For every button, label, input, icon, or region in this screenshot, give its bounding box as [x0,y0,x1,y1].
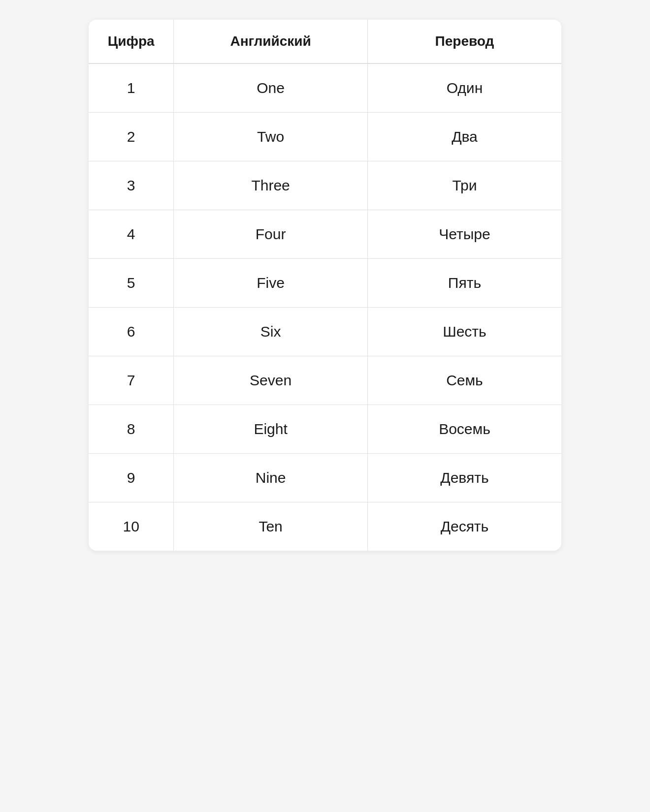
table-header-row: Цифра Английский Перевод [89,20,561,63]
cell-digit: 5 [89,259,174,308]
table-row: 1OneОдин [89,63,561,113]
table-row: 3ThreeТри [89,161,561,210]
cell-digit: 8 [89,405,174,454]
table-row: 10TenДесять [89,502,561,551]
cell-english: Ten [174,502,368,551]
table-row: 7SevenСемь [89,356,561,405]
cell-digit: 9 [89,454,174,502]
cell-russian: Восемь [367,405,561,454]
header-english: Английский [174,20,368,63]
cell-digit: 6 [89,308,174,356]
cell-russian: Шесть [367,308,561,356]
cell-english: One [174,63,368,113]
cell-english: Four [174,210,368,259]
cell-digit: 3 [89,161,174,210]
cell-english: Two [174,113,368,161]
cell-digit: 7 [89,356,174,405]
cell-russian: Десять [367,502,561,551]
table-row: 5FiveПять [89,259,561,308]
table-row: 8EightВосемь [89,405,561,454]
cell-russian: Один [367,63,561,113]
table-row: 6SixШесть [89,308,561,356]
table-row: 4FourЧетыре [89,210,561,259]
cell-english: Seven [174,356,368,405]
cell-english: Eight [174,405,368,454]
cell-russian: Пять [367,259,561,308]
cell-english: Five [174,259,368,308]
cell-digit: 1 [89,63,174,113]
cell-russian: Четыре [367,210,561,259]
numbers-table: Цифра Английский Перевод 1OneОдин2TwoДва… [89,20,561,551]
cell-russian: Три [367,161,561,210]
cell-russian: Девять [367,454,561,502]
cell-digit: 4 [89,210,174,259]
table-row: 9NineДевять [89,454,561,502]
cell-russian: Два [367,113,561,161]
cell-digit: 10 [89,502,174,551]
cell-english: Three [174,161,368,210]
cell-english: Six [174,308,368,356]
table-row: 2TwoДва [89,113,561,161]
numbers-table-container: Цифра Английский Перевод 1OneОдин2TwoДва… [89,20,561,551]
header-digit: Цифра [89,20,174,63]
cell-digit: 2 [89,113,174,161]
cell-english: Nine [174,454,368,502]
header-russian: Перевод [367,20,561,63]
cell-russian: Семь [367,356,561,405]
